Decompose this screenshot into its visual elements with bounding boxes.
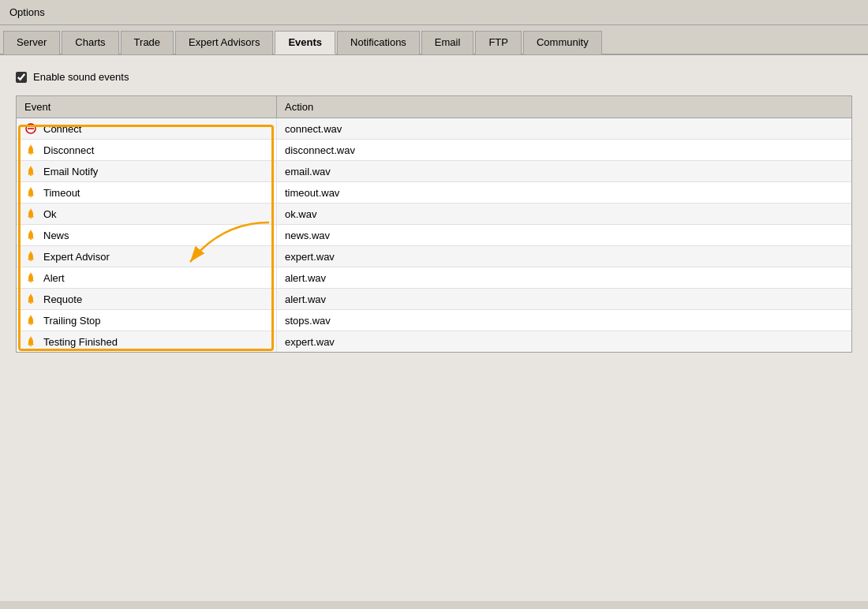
table-row[interactable]: Trailing Stopstops.wav bbox=[17, 310, 851, 331]
svg-rect-16 bbox=[30, 272, 31, 273]
bell-icon bbox=[24, 207, 37, 220]
tab-events[interactable]: Events bbox=[275, 31, 335, 54]
enable-sound-events-row: Enable sound events bbox=[16, 71, 852, 83]
action-cell: alert.wav bbox=[277, 267, 851, 288]
bell-icon bbox=[24, 186, 37, 199]
event-name: Ok bbox=[43, 208, 57, 220]
table-row[interactable]: Requotealert.wav bbox=[17, 289, 851, 310]
event-cell: Timeout bbox=[17, 182, 277, 203]
action-cell: expert.wav bbox=[277, 331, 851, 352]
table-row[interactable]: Testing Finishedexpert.wav bbox=[17, 331, 851, 352]
col-action: Action bbox=[277, 96, 851, 118]
window-title: Options bbox=[9, 6, 45, 18]
event-name: Requote bbox=[43, 293, 82, 305]
tab-community[interactable]: Community bbox=[523, 31, 602, 54]
table-row[interactable]: Email Notifyemail.wav bbox=[17, 161, 851, 182]
table-header: Event Action bbox=[17, 96, 851, 118]
action-cell: email.wav bbox=[277, 161, 851, 181]
table-row[interactable]: Expert Advisorexpert.wav bbox=[17, 246, 851, 267]
event-name: News bbox=[43, 230, 69, 241]
tab-email[interactable]: Email bbox=[421, 31, 474, 54]
svg-rect-19 bbox=[28, 323, 34, 324]
bell-icon bbox=[24, 335, 37, 348]
action-cell: alert.wav bbox=[277, 289, 851, 309]
event-name: Alert bbox=[43, 272, 65, 284]
svg-rect-11 bbox=[28, 237, 34, 239]
event-cell: Ok bbox=[17, 204, 277, 224]
event-cell: Requote bbox=[17, 289, 277, 309]
svg-rect-22 bbox=[30, 336, 31, 337]
tab-bar: ServerChartsTradeExpert AdvisorsEventsNo… bbox=[0, 25, 868, 55]
svg-rect-20 bbox=[30, 315, 31, 316]
event-cell: Disconnect bbox=[17, 140, 277, 160]
action-cell: disconnect.wav bbox=[277, 140, 851, 160]
action-cell: stops.wav bbox=[277, 310, 851, 331]
action-cell: timeout.wav bbox=[277, 182, 851, 203]
no-entry-icon bbox=[24, 122, 37, 135]
tab-trade[interactable]: Trade bbox=[121, 31, 174, 54]
content-area: Enable sound events Event Action Connect… bbox=[0, 55, 868, 601]
svg-rect-6 bbox=[30, 166, 31, 166]
table-row[interactable]: Okok.wav bbox=[17, 204, 851, 225]
event-cell: Alert bbox=[17, 267, 277, 288]
tab-server[interactable]: Server bbox=[3, 31, 60, 54]
tab-notifications[interactable]: Notifications bbox=[337, 31, 420, 54]
action-cell: expert.wav bbox=[277, 246, 851, 267]
col-event: Event bbox=[17, 96, 277, 118]
enable-sound-events-label: Enable sound events bbox=[33, 71, 129, 83]
events-table-container: Event Action Connectconnect.wav Disconne… bbox=[16, 95, 852, 353]
event-cell: Expert Advisor bbox=[17, 246, 277, 267]
bell-icon bbox=[24, 144, 37, 156]
table-row[interactable]: Disconnectdisconnect.wav bbox=[17, 140, 851, 161]
enable-sound-events-checkbox[interactable] bbox=[16, 72, 27, 83]
svg-rect-21 bbox=[28, 344, 34, 346]
table-row[interactable]: Alertalert.wav bbox=[17, 267, 851, 289]
action-cell: connect.wav bbox=[277, 118, 851, 139]
svg-rect-5 bbox=[28, 174, 34, 175]
table-body: Connectconnect.wav Disconnectdisconnect.… bbox=[17, 118, 851, 352]
event-cell: Email Notify bbox=[17, 161, 277, 181]
svg-rect-7 bbox=[28, 195, 34, 196]
svg-rect-4 bbox=[30, 144, 31, 145]
title-bar: Options bbox=[0, 0, 868, 25]
event-name: Timeout bbox=[43, 187, 80, 199]
svg-rect-9 bbox=[28, 216, 34, 218]
bell-icon bbox=[24, 271, 37, 284]
svg-rect-15 bbox=[28, 280, 34, 282]
event-name: Expert Advisor bbox=[43, 251, 110, 263]
bell-icon bbox=[24, 229, 37, 241]
bell-icon bbox=[24, 250, 37, 263]
bell-icon bbox=[24, 165, 37, 177]
event-name: Connect bbox=[43, 123, 81, 135]
event-name: Email Notify bbox=[43, 166, 98, 177]
table-row[interactable]: Connectconnect.wav bbox=[17, 118, 851, 140]
tab-charts[interactable]: Charts bbox=[62, 31, 118, 54]
svg-rect-3 bbox=[28, 152, 34, 154]
svg-rect-12 bbox=[30, 230, 31, 230]
event-cell: News bbox=[17, 225, 277, 245]
event-cell: Trailing Stop bbox=[17, 310, 277, 331]
svg-rect-18 bbox=[30, 293, 31, 294]
bell-icon bbox=[24, 314, 37, 327]
bell-icon bbox=[24, 293, 37, 305]
svg-rect-10 bbox=[30, 208, 31, 209]
action-cell: ok.wav bbox=[277, 204, 851, 224]
event-name: Trailing Stop bbox=[43, 315, 101, 327]
event-name: Disconnect bbox=[43, 144, 94, 156]
svg-rect-14 bbox=[30, 251, 31, 252]
tab-ftp[interactable]: FTP bbox=[475, 31, 522, 54]
svg-rect-8 bbox=[30, 187, 31, 188]
tab-expert-advisors[interactable]: Expert Advisors bbox=[175, 31, 273, 54]
action-cell: news.wav bbox=[277, 225, 851, 245]
event-cell: Connect bbox=[17, 118, 277, 139]
event-cell: Testing Finished bbox=[17, 331, 277, 352]
svg-rect-13 bbox=[28, 259, 34, 260]
svg-rect-17 bbox=[28, 301, 34, 303]
event-name: Testing Finished bbox=[43, 336, 118, 348]
table-row[interactable]: Newsnews.wav bbox=[17, 225, 851, 246]
table-row[interactable]: Timeouttimeout.wav bbox=[17, 182, 851, 204]
